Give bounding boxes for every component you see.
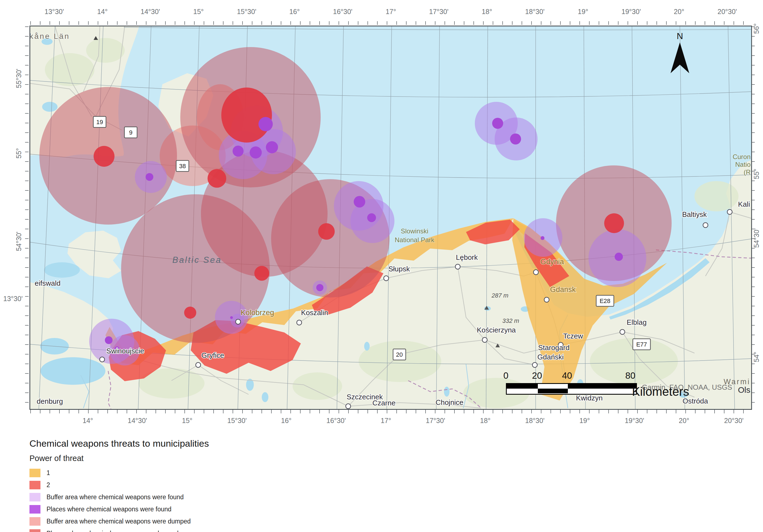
region-label-sk-ne-l-n: Skåne Län: [30, 32, 70, 41]
city-label-baltiysk: Baltiysk: [682, 210, 707, 219]
lon-label-bottom: 17°30': [426, 417, 445, 425]
legend-swatch: [30, 529, 41, 532]
legend-item: Buffer area where chemical weapons were …: [30, 515, 360, 527]
legend-label: Places where chemical weapons were found: [47, 505, 171, 513]
lon-label-top: 14°: [97, 8, 108, 16]
lon-label-top: 16°30': [333, 8, 352, 16]
place-chemical-weapons-found: [541, 236, 544, 240]
scale-bar-unit: Kilometers: [632, 385, 689, 398]
lon-label-top: 17°30': [429, 8, 448, 16]
lat-label-left: 54°30': [15, 232, 23, 251]
scale-bar-segment: [507, 384, 538, 388]
legend-label: Buffer area where chemical weapons were …: [47, 518, 191, 525]
scale-tick-label: 0: [503, 371, 508, 381]
legend-item: 1: [30, 467, 360, 479]
lon-label-top: 14°30': [141, 8, 160, 16]
town-marker-kali: [727, 209, 732, 214]
lon-label-top: 17°: [385, 8, 396, 16]
city-label-kościerzyna: Kościerzyna: [477, 326, 516, 334]
place-chemical-weapons-dumped: [254, 266, 269, 281]
city-label-słupsk: Słupsk: [388, 265, 410, 273]
town-marker-baltiysk: [703, 223, 708, 228]
city-label-tczew: Tczew: [563, 332, 583, 340]
place-chemical-weapons-found: [316, 284, 323, 291]
graticule-parallel: [124, 27, 751, 30]
scale-bar-segment: [568, 388, 636, 393]
town-marker-kościerzyna: [482, 337, 487, 342]
town-marker-gdansk: [544, 297, 549, 302]
map-graphics: Skåne LänBaltic SeaSlowinskiNational Par…: [30, 27, 751, 409]
legend-items: 12Buffer area where chemical weapons wer…: [30, 467, 360, 532]
map-canvas[interactable]: Skåne LänBaltic SeaSlowinskiNational Par…: [30, 26, 752, 410]
city-label-gdansk: Gdansk: [550, 285, 576, 294]
city-label-lębork: Lębork: [456, 253, 478, 262]
town-marker-słupsk: [384, 276, 389, 281]
place-chemical-weapons-found: [105, 336, 113, 344]
lagoon: [44, 262, 80, 278]
legend-label: 1: [47, 469, 50, 477]
scale-bar-segment: [507, 388, 538, 393]
elevation-label: 332 m: [502, 317, 519, 324]
lake: [444, 387, 450, 397]
town-marker-kolobrzeg: [236, 319, 241, 324]
place-chemical-weapons-found: [233, 146, 244, 157]
lon-label-bottom: 19°30': [625, 417, 644, 425]
lon-label-top: 18°: [482, 8, 492, 16]
lon-label-top: 19°30': [621, 8, 641, 16]
legend: Chemical weapons threats to municipaliti…: [30, 438, 360, 532]
lon-label-top: 18°30': [525, 8, 544, 16]
city-label-elblag: Elblag: [627, 318, 647, 326]
elevation-label: 287 m: [491, 292, 508, 299]
road-shield-number: 20: [396, 351, 403, 358]
lon-label-bottom: 17°: [381, 417, 391, 425]
city-label-denburg: denburg: [37, 397, 63, 405]
place-chemical-weapons-found: [146, 173, 153, 181]
map-document: 13°30'14°14°30'15°15°30'16°16°30'17°17°3…: [0, 0, 763, 532]
lake: [262, 392, 269, 402]
region-label-baltic-sea: Baltic Sea: [172, 255, 222, 265]
city-label-kali: Kali: [738, 200, 750, 208]
place-chemical-weapons-dumped: [94, 146, 115, 167]
legend-swatch: [30, 493, 41, 501]
town-marker-gryfice: [196, 363, 201, 368]
place-chemical-weapons-dumped: [604, 213, 624, 233]
land-vegetation-patch: [359, 341, 441, 382]
lon-label-bottom: 20°30': [724, 417, 743, 425]
town-marker-gdynia: [533, 270, 538, 275]
road-shield-number: 19: [96, 119, 103, 126]
lat-label-right: 54°30': [753, 228, 761, 248]
north-arrow-label: N: [677, 31, 683, 41]
scale-bar-segment: [538, 384, 568, 388]
lon-label-top: 19°: [578, 8, 588, 16]
city-label-olsztyn: Ols: [738, 385, 750, 395]
lon-label-top: 15°: [193, 8, 204, 16]
place-chemical-weapons-dumped: [184, 307, 196, 319]
lon-label-bottom: 18°: [480, 417, 490, 425]
land-vegetation-patch: [86, 38, 125, 63]
town-marker-swinoujscie: [100, 357, 105, 362]
lon-label-top: 16°: [289, 8, 300, 16]
land-vegetation-patch: [292, 372, 342, 400]
lon-label-bottom: 20°: [679, 417, 689, 425]
legend-title: Chemical weapons threats to municipaliti…: [30, 438, 360, 449]
lon-label-bottom: 19°: [580, 417, 590, 425]
place-chemical-weapons-found: [367, 213, 376, 222]
town-marker-koszalin: [297, 320, 302, 325]
lon-label-top: 20°: [674, 8, 684, 16]
place-chemical-weapons-dumped: [221, 87, 272, 143]
region-label-curon: Curon: [733, 153, 751, 160]
region-label-slowinski: Slowinski: [401, 227, 428, 235]
lon-label-top: 20°30': [717, 8, 737, 16]
legend-item: 2: [30, 479, 360, 491]
road-shield-number: 38: [179, 162, 186, 169]
scale-tick-label: 40: [562, 371, 572, 381]
lon-label-bottom: 14°: [82, 417, 93, 425]
lat-label-left: 55°: [15, 148, 23, 159]
place-chemical-weapons-found: [250, 147, 262, 159]
place-chemical-weapons-found: [492, 118, 503, 129]
town-marker-gdański: [532, 363, 537, 368]
road-shield-number: 9: [129, 129, 132, 136]
lon-label-bottom: 16°30': [326, 417, 346, 425]
north-arrow: N: [666, 28, 694, 77]
city-label-swinoujscie: Swinoujscie: [106, 347, 144, 355]
